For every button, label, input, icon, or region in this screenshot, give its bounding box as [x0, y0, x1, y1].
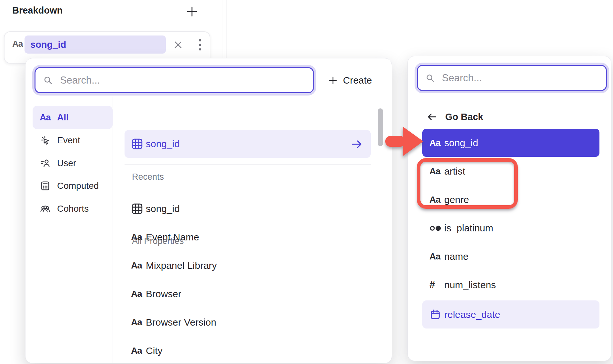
add-breakdown-button[interactable]: [185, 5, 199, 19]
detail-row-name[interactable]: Aa name: [422, 242, 599, 271]
go-back-button[interactable]: Go Back: [427, 109, 483, 125]
text-type-icon: Aa: [429, 166, 444, 177]
calendar-icon: [429, 309, 444, 320]
dropdown-search[interactable]: [35, 67, 314, 93]
property-row-event-name[interactable]: Aa Event Name: [125, 223, 371, 251]
property-row-song-id[interactable]: song_id: [125, 195, 371, 223]
detail-row-is-platinum[interactable]: is_platinum: [422, 214, 599, 242]
create-label: Create: [343, 75, 372, 86]
property-row-city[interactable]: Aa City: [125, 337, 371, 364]
people-icon: [40, 203, 57, 214]
user-icon: [40, 158, 57, 169]
text-type-icon: Aa: [131, 317, 146, 328]
category-cohorts[interactable]: Cohorts: [33, 197, 113, 220]
text-type-icon: Aa: [40, 112, 55, 123]
property-row-browser[interactable]: Aa Browser: [125, 280, 371, 308]
create-property-button[interactable]: Create: [328, 73, 372, 88]
category-all[interactable]: Aa All: [33, 106, 113, 129]
screen: Breakdown Aa song_id Create Aa All: [0, 0, 613, 364]
arrow-right-icon: [351, 138, 363, 152]
category-event[interactable]: Event: [33, 129, 113, 152]
detail-search[interactable]: [417, 65, 607, 91]
plus-icon: [186, 5, 198, 18]
kebab-menu-icon: [198, 38, 202, 51]
text-type-icon: Aa: [12, 39, 23, 49]
text-type-icon: Aa: [429, 251, 444, 262]
cursor-click-icon: [40, 135, 57, 146]
property-detail-panel: Go Back Aa song_id Aa artist Aa genre is…: [407, 56, 611, 361]
text-type-icon: Aa: [429, 195, 444, 205]
property-dropdown: Create Aa All Event User Computed: [25, 58, 392, 363]
list-divider: [113, 96, 113, 363]
remove-breakdown-button[interactable]: [172, 39, 185, 52]
section-divider: [125, 164, 371, 165]
search-icon: [43, 75, 53, 86]
category-computed[interactable]: Computed: [33, 174, 113, 197]
property-row-mixpanel-library[interactable]: Aa Mixpanel Library: [125, 251, 371, 280]
text-type-icon: Aa: [131, 289, 146, 299]
arrow-left-icon: [427, 111, 437, 122]
text-type-icon: Aa: [131, 346, 146, 356]
breakdown-chip-pill[interactable]: song_id: [25, 35, 166, 54]
boolean-icon: [429, 224, 444, 233]
detail-row-artist[interactable]: Aa artist: [422, 157, 599, 186]
text-type-icon: Aa: [131, 232, 146, 242]
scrollbar-thumb[interactable]: [378, 108, 383, 146]
recents-header: Recents: [132, 172, 164, 182]
search-input[interactable]: [441, 72, 598, 84]
breakdown-chip-value: song_id: [30, 39, 66, 50]
calculator-icon: [40, 180, 57, 191]
recent-property-song-id[interactable]: song_id: [125, 130, 371, 158]
detail-row-song-id[interactable]: Aa song_id: [422, 129, 599, 157]
detail-row-release-date[interactable]: release_date: [422, 300, 599, 329]
number-icon: #: [429, 279, 444, 291]
breakdown-options-button[interactable]: [194, 38, 206, 53]
text-type-icon: Aa: [429, 138, 444, 148]
search-icon: [426, 73, 435, 83]
grid-icon: [131, 203, 146, 215]
property-row-browser-version[interactable]: Aa Browser Version: [125, 308, 371, 337]
search-input[interactable]: [59, 74, 305, 86]
detail-row-genre[interactable]: Aa genre: [422, 186, 599, 214]
category-user[interactable]: User: [33, 152, 113, 175]
close-icon: [173, 39, 184, 50]
grid-icon: [131, 138, 146, 150]
detail-row-num-listens[interactable]: # num_listens: [422, 271, 599, 299]
plus-icon: [328, 76, 338, 85]
text-type-icon: Aa: [131, 260, 146, 271]
breakdown-title: Breakdown: [12, 5, 63, 16]
